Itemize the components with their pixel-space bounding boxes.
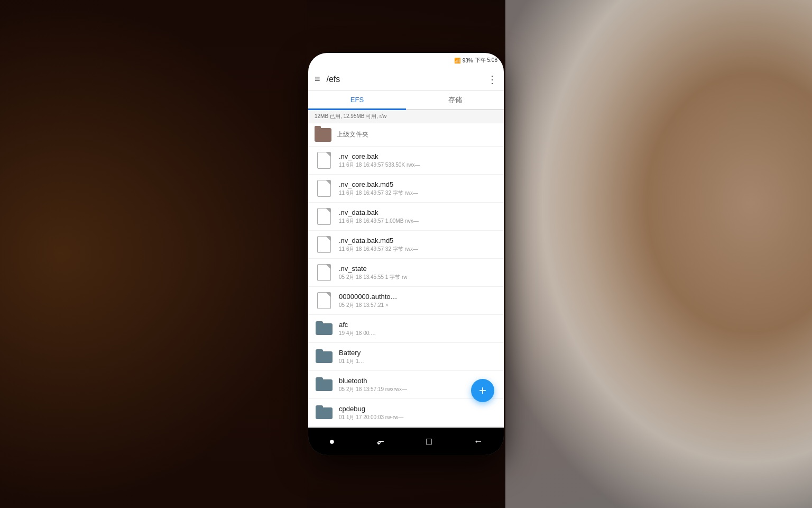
list-item[interactable]: afc 19 4月 18 00:… (308, 315, 504, 343)
list-item[interactable]: 00000000.authto… 05 2月 18 13:57:21 × (308, 287, 504, 315)
file-name: .nv_core.bak (339, 152, 497, 160)
list-item[interactable]: .nv_core.bak 11 6月 18 16:49:57 533.50K r… (308, 147, 504, 175)
file-name: .nv_data.bak.md5 (339, 237, 497, 244)
file-info: 00000000.authto… 05 2月 18 13:57:21 × (339, 293, 497, 309)
list-item[interactable]: .nv_data.bak.md5 11 6月 18 16:49:57 32 字节… (308, 231, 504, 259)
home-nav-button[interactable]: ● (325, 432, 339, 451)
file-icon (315, 263, 334, 282)
more-menu-icon[interactable]: ⋮ (487, 73, 497, 86)
file-icon (315, 291, 334, 310)
file-shape-icon (317, 292, 331, 309)
nav-bar: ● ⬐ □ ← (308, 428, 504, 455)
tab-storage[interactable]: 存储 (406, 91, 504, 110)
file-name: .nv_core.bak.md5 (339, 180, 497, 188)
file-meta: 19 4月 18 00:… (339, 330, 497, 337)
file-name: 00000000.authto… (339, 293, 497, 301)
signal-icon: 📶 (454, 58, 460, 64)
file-shape-icon (317, 180, 331, 197)
list-item[interactable]: .nv_data.bak 11 6月 18 16:49:57 1.00MB rw… (308, 203, 504, 231)
overview-nav-button[interactable]: □ (422, 432, 436, 451)
file-info: .nv_data.bak.md5 11 6月 18 16:49:57 32 字节… (339, 237, 497, 253)
tab-efs[interactable]: EFS (308, 91, 406, 110)
folder-shape-icon (316, 321, 333, 336)
file-meta: 01 1月 1… (339, 358, 497, 365)
list-item[interactable]: cpdebug 01 1月 17 20:00:03 rw-rw— (308, 399, 504, 427)
list-item[interactable]: Battery 01 1月 1… (308, 343, 504, 371)
storage-info: 12MB 已用, 12.95MB 可用, r/w (308, 110, 504, 123)
file-name: Battery (339, 349, 497, 357)
file-info: cpdebug 01 1月 17 20:00:03 rw-rw— (339, 405, 497, 421)
parent-folder-label: 上级文件夹 (337, 130, 368, 139)
status-bar: 📶 93% 下午 5:08 (308, 53, 504, 68)
folder-icon (315, 375, 334, 394)
file-meta: 05 2月 18 13:45:55 1 字节 rw (339, 274, 497, 281)
file-shape-icon (317, 236, 331, 253)
file-icon (315, 235, 334, 254)
file-meta: 11 6月 18 16:49:57 533.50K rwx— (339, 161, 497, 169)
parent-folder-item[interactable]: 上级文件夹 (308, 123, 504, 147)
file-info: .nv_core.bak 11 6月 18 16:49:57 533.50K r… (339, 152, 497, 169)
file-meta: 11 6月 18 16:49:57 1.00MB rwx— (339, 217, 497, 225)
fab-add-button[interactable]: + (471, 379, 494, 402)
file-meta: 01 1月 17 20:00:03 rw-rw— (339, 414, 497, 421)
list-item[interactable]: .nv_core.bak.md5 11 6月 18 16:49:57 32 字节… (308, 175, 504, 203)
file-info: .nv_core.bak.md5 11 6月 18 16:49:57 32 字节… (339, 180, 497, 197)
file-info: .nv_data.bak 11 6月 18 16:49:57 1.00MB rw… (339, 208, 497, 225)
menu-icon[interactable]: ≡ (315, 74, 320, 85)
file-meta: 11 6月 18 16:49:57 32 字节 rwx— (339, 246, 497, 253)
file-meta: 05 2月 18 13:57:21 × (339, 302, 497, 309)
file-info: .nv_state 05 2月 18 13:45:55 1 字节 rw (339, 265, 497, 281)
file-shape-icon (317, 208, 331, 225)
folder-icon (315, 403, 334, 422)
file-info: Battery 01 1月 1… (339, 349, 497, 365)
file-shape-icon (317, 152, 331, 169)
blur-right (505, 0, 812, 508)
file-name: cpdebug (339, 405, 497, 413)
file-name: .nv_data.bak (339, 208, 497, 216)
folder-shape-icon (316, 349, 333, 364)
path-title: /efs (327, 75, 481, 84)
tab-bar: EFS 存储 (308, 91, 504, 110)
phone: 📶 93% 下午 5:08 ≡ /efs ⋮ EFS 存储 12MB 已用, 1… (308, 53, 504, 455)
file-icon (315, 151, 334, 170)
list-item[interactable]: .nv_state 05 2月 18 13:45:55 1 字节 rw (308, 259, 504, 287)
parent-folder-icon (315, 128, 331, 142)
file-meta: 11 6月 18 16:49:57 32 字节 rwx— (339, 189, 497, 197)
folder-icon (315, 319, 334, 338)
file-icon (315, 179, 334, 198)
scene: 📶 93% 下午 5:08 ≡ /efs ⋮ EFS 存储 12MB 已用, 1… (0, 0, 812, 508)
file-name: afc (339, 321, 497, 329)
folder-shape-icon (316, 405, 333, 420)
blur-left (0, 0, 307, 508)
app-bar: ≡ /efs ⋮ (308, 68, 504, 91)
file-shape-icon (317, 264, 331, 281)
time-display: 下午 5:08 (475, 57, 497, 64)
recents-nav-button[interactable]: ⬐ (372, 431, 389, 451)
file-info: afc 19 4月 18 00:… (339, 321, 497, 337)
status-icons: 📶 93% 下午 5:08 (454, 57, 497, 64)
file-icon (315, 207, 334, 226)
battery-text: 93% (463, 58, 473, 64)
folder-shape-icon (316, 377, 333, 392)
back-nav-button[interactable]: ← (469, 432, 487, 451)
file-name: .nv_state (339, 265, 497, 273)
folder-icon (315, 347, 334, 366)
